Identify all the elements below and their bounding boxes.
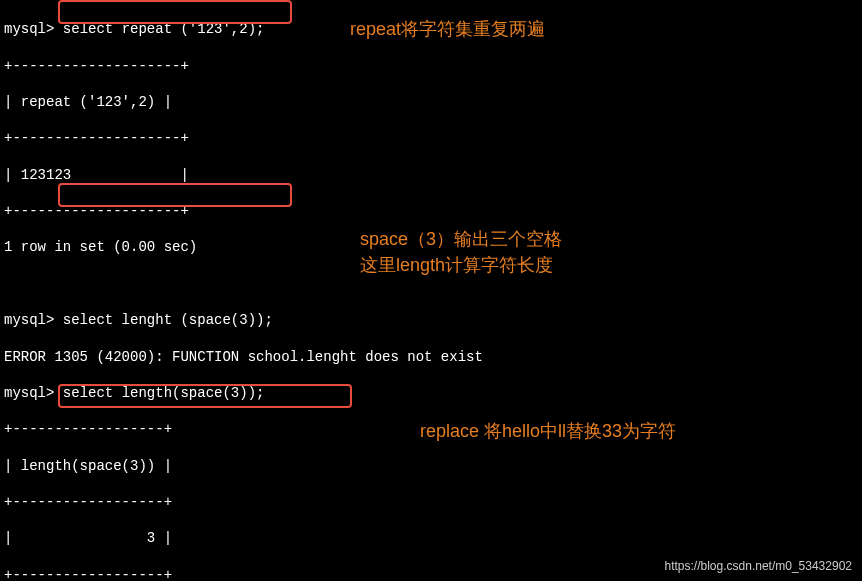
terminal-output: mysql> select repeat ('123',2); +-------…	[0, 0, 862, 581]
annotation-space-line1: space（3）输出三个空格	[360, 228, 562, 251]
sql-command-repeat: select repeat ('123',2);	[54, 21, 264, 37]
annotation-repeat: repeat将字符集重复两遍	[350, 18, 545, 41]
table-sep: +--------------------+	[4, 202, 858, 220]
sql-command-lenght-typo: mysql> select lenght (space(3));	[4, 311, 858, 329]
table-header: | repeat ('123',2) |	[4, 93, 858, 111]
sql-command-length: select length(space(3));	[54, 385, 264, 401]
annotation-replace: replace 将hello中ll替换33为字符	[420, 420, 676, 443]
table-sep: +--------------------+	[4, 57, 858, 75]
table-row: | 123123 |	[4, 166, 858, 184]
mysql-prompt: mysql>	[4, 21, 54, 37]
watermark-text: https://blog.csdn.net/m0_53432902	[665, 559, 852, 575]
table-sep: +------------------+	[4, 493, 858, 511]
mysql-prompt: mysql>	[4, 385, 54, 401]
annotation-space-line2: 这里length计算字符长度	[360, 254, 553, 277]
table-sep: +--------------------+	[4, 129, 858, 147]
error-line: ERROR 1305 (42000): FUNCTION school.leng…	[4, 348, 858, 366]
table-row: | 3 |	[4, 529, 858, 547]
table-header: | length(space(3)) |	[4, 457, 858, 475]
